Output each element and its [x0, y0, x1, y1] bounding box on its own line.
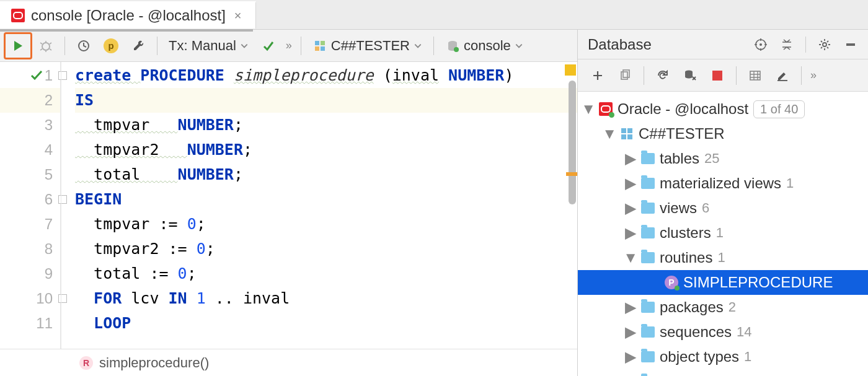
breadcrumb-label[interactable]: simpleprocedure() — [99, 355, 209, 371]
add-button[interactable] — [584, 63, 611, 88]
svg-point-10 — [823, 43, 826, 46]
oracle-icon — [11, 9, 25, 22]
tree-node-packages[interactable]: ▶ packages 2 — [578, 295, 868, 320]
tx-mode-dropdown[interactable]: Tx: Manual — [162, 38, 255, 54]
table-view-button[interactable] — [742, 63, 769, 88]
more-icon[interactable]: » — [282, 39, 296, 52]
tab-underline — [0, 29, 253, 32]
tree-schema[interactable]: ▼ C##TESTER — [578, 121, 868, 146]
chevron-right-icon[interactable]: ▶ — [625, 323, 636, 341]
chevron-right-icon[interactable]: ▶ — [625, 373, 636, 376]
schema-icon — [312, 38, 327, 53]
folder-icon — [641, 351, 655, 362]
collapse-icon[interactable] — [779, 37, 794, 52]
copy-button[interactable] — [611, 63, 639, 88]
editor-tab[interactable]: console [Oracle - @localhost] × — [0, 1, 256, 28]
hide-icon[interactable] — [843, 37, 858, 52]
chevron-right-icon[interactable]: ▶ — [625, 348, 636, 365]
root-label: Oracle - @localhost — [618, 100, 748, 118]
gear-icon[interactable] — [817, 37, 832, 52]
line-number: 6 — [45, 191, 53, 208]
database-panel: Database » ▼ — [578, 30, 868, 376]
folder-icon — [641, 326, 655, 338]
editor-toolbar: p Tx: Manual » C##TESTER — [0, 30, 577, 62]
refresh-button[interactable] — [649, 63, 676, 88]
chevron-down-icon[interactable]: ▼ — [604, 125, 615, 142]
tree-node-routines[interactable]: ▼ routines 1 — [578, 245, 868, 270]
schema-label: C##TESTER — [639, 125, 725, 142]
svg-point-9 — [760, 43, 762, 46]
procedure-icon: P — [665, 276, 678, 289]
chevron-right-icon[interactable]: ▶ — [625, 224, 636, 242]
breadcrumb: R simpleprocedure() — [0, 349, 577, 376]
stop-button[interactable] — [704, 63, 731, 88]
gutter: 1 2 3 4 5 6 7 8 9 10 11 — [0, 62, 61, 349]
svg-rect-2 — [315, 41, 319, 45]
tx-label: Tx: Manual — [169, 38, 236, 54]
settings-wrench-icon[interactable] — [125, 33, 152, 58]
tree-node-views[interactable]: ▶ views 6 — [578, 196, 868, 221]
marker-bar — [566, 62, 577, 349]
database-header: Database — [578, 30, 868, 59]
line-number: 4 — [45, 141, 53, 159]
chevron-down-icon[interactable]: ▼ — [583, 100, 594, 118]
folder-icon — [641, 153, 655, 164]
tree-node-mviews[interactable]: ▶ materialized views 1 — [578, 171, 868, 196]
code-area[interactable]: create PROCEDURE simpleprocedure (inval … — [61, 62, 577, 349]
line-number: 10 — [36, 290, 53, 307]
oracle-icon — [599, 102, 613, 116]
tree-node-procedure[interactable]: P SIMPLEPROCEDURE — [578, 270, 868, 295]
svg-rect-11 — [846, 43, 855, 46]
tree-node-tables[interactable]: ▶ tables 25 — [578, 146, 868, 171]
tree-node-clusters[interactable]: ▶ clusters 1 — [578, 221, 868, 245]
svg-rect-18 — [621, 134, 626, 139]
line-number: 5 — [45, 166, 53, 183]
p-button[interactable]: p — [97, 33, 125, 58]
target-icon[interactable] — [753, 37, 768, 52]
line-number: 8 — [45, 240, 53, 258]
more-icon[interactable]: » — [807, 69, 820, 82]
line-number: 7 — [45, 216, 53, 233]
folder-icon — [641, 203, 655, 214]
chevron-right-icon[interactable]: ▶ — [625, 199, 636, 217]
console-dropdown[interactable]: console — [439, 38, 529, 54]
tree-root[interactable]: ▼ Oracle - @localhost 1 of 40 — [578, 97, 868, 121]
commit-button[interactable] — [255, 33, 282, 58]
svg-rect-13 — [623, 70, 629, 77]
count-badge: 1 of 40 — [753, 100, 805, 118]
database-title: Database — [588, 36, 652, 53]
edit-button[interactable] — [769, 63, 796, 88]
tree-node-ctypes[interactable]: ▶ collection types 2 — [578, 369, 868, 376]
line-number: 11 — [36, 315, 53, 332]
datasource-icon — [445, 38, 460, 53]
svg-rect-19 — [627, 134, 632, 139]
folder-icon — [641, 302, 655, 313]
chevron-down-icon[interactable]: ▼ — [625, 249, 636, 266]
tree-node-otypes[interactable]: ▶ object types 1 — [578, 344, 868, 369]
chevron-right-icon[interactable]: ▶ — [625, 175, 636, 192]
tree-node-sequences[interactable]: ▶ sequences 14 — [578, 320, 868, 344]
filter-button[interactable] — [676, 63, 704, 88]
svg-rect-4 — [315, 46, 319, 51]
folder-icon — [641, 178, 655, 189]
svg-rect-12 — [621, 72, 627, 79]
run-button[interactable] — [4, 32, 32, 59]
schema-label: C##TESTER — [331, 38, 410, 54]
line-number: 3 — [45, 116, 53, 134]
editor-panel: p Tx: Manual » C##TESTER — [0, 30, 578, 376]
chevron-right-icon[interactable]: ▶ — [625, 299, 636, 316]
console-label: console — [464, 38, 511, 54]
schema-dropdown[interactable]: C##TESTER — [306, 38, 428, 54]
svg-rect-16 — [621, 128, 626, 133]
close-tab-icon[interactable]: × — [232, 9, 244, 23]
svg-rect-3 — [321, 41, 325, 45]
debug-button[interactable] — [32, 33, 60, 58]
history-button[interactable] — [70, 33, 97, 58]
routine-badge-icon: R — [79, 356, 93, 370]
chevron-right-icon[interactable]: ▶ — [625, 150, 636, 167]
scrollbar-thumb[interactable] — [569, 81, 576, 204]
svg-point-7 — [454, 47, 459, 52]
warning-marker-icon[interactable] — [565, 64, 576, 76]
line-number: 2 — [45, 92, 53, 109]
svg-rect-5 — [321, 46, 325, 51]
